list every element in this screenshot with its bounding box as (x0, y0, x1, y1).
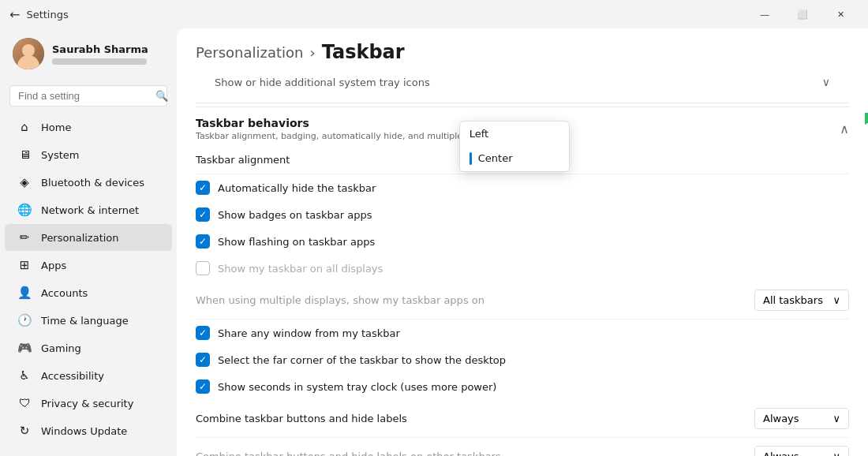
combine-other-chevron: ∨ (832, 450, 840, 456)
behaviors-title-group: Taskbar behaviors Taskbar alignment, bad… (196, 117, 500, 141)
combine-label: Combine taskbar buttons and hide labels (196, 413, 407, 424)
sidebar-item-home[interactable]: ⌂ Home (5, 114, 172, 140)
sidebar-item-label-accounts: Accounts (41, 287, 88, 299)
tray-icons-chevron[interactable]: ∨ (822, 76, 830, 88)
checkbox-all-displays[interactable] (196, 261, 210, 275)
combine-other-dropdown[interactable]: Always ∨ (754, 446, 849, 456)
sidebar-item-system[interactable]: 🖥 System (5, 141, 172, 168)
breadcrumb-separator: › (309, 44, 315, 61)
sidebar-item-label-accessibility: Accessibility (41, 370, 104, 382)
search-icon: 🔍 (155, 90, 168, 102)
app-title: Settings (26, 9, 68, 21)
breadcrumb: Personalization › Taskbar (177, 28, 868, 69)
green-arrow-svg (865, 113, 868, 184)
combine-dropdown[interactable]: Always ∨ (754, 408, 849, 429)
alignment-option-left[interactable]: Left (460, 121, 569, 146)
checkbox-label-badges: Show badges on taskbar apps (218, 209, 372, 221)
checkbox-auto-hide[interactable] (196, 181, 210, 195)
sidebar-item-label-home: Home (41, 121, 71, 133)
windows-update-icon: ↻ (17, 424, 32, 438)
checkbox-row-all-displays[interactable]: Show my taskbar on all displays (196, 255, 849, 282)
sidebar-item-label-bluetooth: Bluetooth & devices (41, 177, 144, 189)
combine-other-value: Always (763, 450, 799, 456)
sidebar-item-label-time: Time & language (41, 315, 129, 327)
sidebar-item-windows-update[interactable]: ↻ Windows Update (5, 417, 172, 444)
checkbox-flashing[interactable] (196, 234, 210, 249)
avatar (13, 38, 44, 69)
maximize-button[interactable]: ⬜ (784, 3, 821, 25)
checkbox-badges[interactable] (196, 207, 210, 222)
combine-row: Combine taskbar buttons and hide labels … (196, 400, 849, 438)
sidebar-item-privacy[interactable]: 🛡 Privacy & security (5, 390, 172, 417)
time-icon: 🕐 (17, 313, 32, 327)
close-button[interactable]: ✕ (822, 3, 859, 25)
checkbox-row-share-window[interactable]: Share any window from my taskbar (196, 320, 849, 346)
combine-other-row: Combine taskbar buttons and hide labels … (196, 438, 849, 456)
gaming-icon: 🎮 (17, 341, 32, 355)
bluetooth-icon: ◈ (17, 175, 32, 189)
checkbox-row-flashing[interactable]: Show flashing on taskbar apps (196, 228, 849, 255)
behaviors-collapse-icon[interactable]: ∧ (840, 121, 849, 136)
checkbox-label-seconds: Show seconds in system tray clock (uses … (218, 381, 496, 393)
sidebar-item-label-privacy: Privacy & security (41, 398, 133, 409)
checkbox-row-far-corner[interactable]: Select the far corner of the taskbar to … (196, 346, 849, 373)
checkbox-label-auto-hide: Automatically hide the taskbar (218, 182, 376, 194)
settings-section: Show or hide additional system tray icon… (177, 69, 868, 456)
user-email-bar (52, 58, 147, 65)
checkbox-seconds[interactable] (196, 379, 210, 394)
sidebar-item-accessibility[interactable]: ♿ Accessibility (5, 362, 172, 389)
checkbox-label-flashing: Show flashing on taskbar apps (218, 236, 375, 248)
checkbox-far-corner[interactable] (196, 353, 210, 367)
alignment-row: Taskbar alignment Left Center (196, 146, 849, 174)
network-icon: 🌐 (17, 203, 32, 217)
breadcrumb-parent: Personalization (196, 44, 303, 61)
sidebar-item-time[interactable]: 🕐 Time & language (5, 307, 172, 334)
accessibility-icon: ♿ (17, 368, 32, 383)
tray-icons-row[interactable]: Show or hide additional system tray icon… (215, 69, 830, 95)
titlebar-left: ← Settings (9, 7, 69, 22)
checkbox-list: Automatically hide the taskbar Show badg… (196, 174, 849, 282)
multiple-displays-chevron: ∨ (832, 294, 840, 306)
titlebar: ← Settings — ⬜ ✕ (0, 0, 868, 28)
sidebar-item-label-apps: Apps (41, 260, 66, 271)
checkbox-row-auto-hide[interactable]: Automatically hide the taskbar (196, 174, 849, 201)
back-icon[interactable]: ← (9, 7, 20, 22)
minimize-button[interactable]: — (746, 3, 783, 25)
alignment-option-center[interactable]: Center (460, 146, 569, 171)
window-controls: — ⬜ ✕ (746, 3, 859, 25)
sidebar-item-network[interactable]: 🌐 Network & internet (5, 196, 172, 223)
nav-list: ⌂ Home 🖥 System ◈ Bluetooth & devices 🌐 … (0, 113, 177, 445)
personalization-icon: ✏ (17, 230, 32, 245)
behaviors-subtitle: Taskbar alignment, badging, automaticall… (196, 131, 500, 141)
user-info: Saurabh Sharma (52, 43, 148, 65)
sidebar: Saurabh Sharma 🔍 ⌂ Home 🖥 System ◈ Bluet… (0, 28, 177, 456)
search-box[interactable]: 🔍 (9, 85, 167, 107)
multiple-displays-label: When using multiple displays, show my ta… (196, 294, 485, 306)
more-checkbox-list: Share any window from my taskbar Select … (196, 320, 849, 400)
tray-icons-section: Show or hide additional system tray icon… (196, 69, 849, 103)
alignment-center-label: Center (478, 152, 513, 164)
checkbox-share-window[interactable] (196, 326, 210, 340)
user-name: Saurabh Sharma (52, 43, 148, 55)
checkbox-label-far-corner: Select the far corner of the taskbar to … (218, 354, 506, 366)
sidebar-item-gaming[interactable]: 🎮 Gaming (5, 335, 172, 361)
multiple-displays-dropdown[interactable]: All taskbars ∨ (754, 290, 849, 311)
main-content: Personalization › Taskbar Show or hide a… (177, 28, 868, 456)
checkbox-row-seconds[interactable]: Show seconds in system tray clock (uses … (196, 373, 849, 400)
sidebar-item-label-windows-update: Windows Update (41, 425, 127, 437)
multiple-displays-value: All taskbars (763, 294, 823, 306)
behaviors-title: Taskbar behaviors (196, 117, 500, 129)
combine-other-label: Combine taskbar buttons and hide labels … (196, 450, 501, 456)
sidebar-item-personalization[interactable]: ✏ Personalization (5, 224, 172, 251)
sidebar-item-accounts[interactable]: 👤 Accounts (5, 279, 172, 306)
checkbox-row-badges[interactable]: Show badges on taskbar apps (196, 201, 849, 228)
tray-icons-label: Show or hide additional system tray icon… (215, 77, 430, 88)
search-input[interactable] (18, 90, 151, 102)
home-icon: ⌂ (17, 120, 32, 134)
system-icon: 🖥 (17, 148, 32, 162)
sidebar-item-apps[interactable]: ⊞ Apps (5, 252, 172, 278)
alignment-popup: Left Center (459, 121, 570, 172)
sidebar-item-bluetooth[interactable]: ◈ Bluetooth & devices (5, 169, 172, 196)
user-profile: Saurabh Sharma (0, 28, 177, 79)
multiple-displays-row: When using multiple displays, show my ta… (196, 282, 849, 320)
